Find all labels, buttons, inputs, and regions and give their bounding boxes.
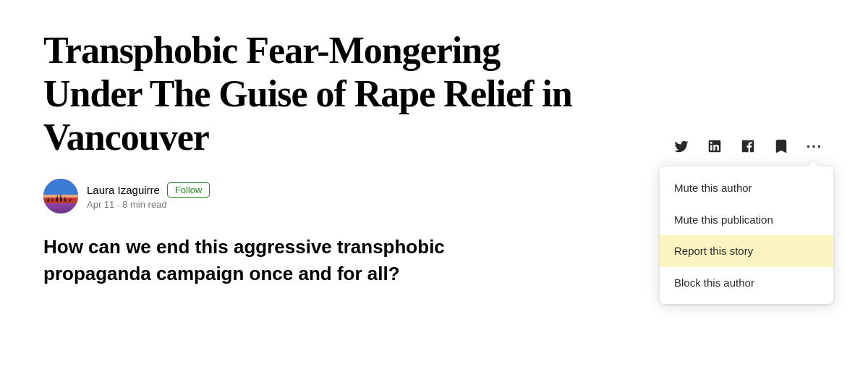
more-options-button[interactable]: ··· (804, 136, 825, 156)
bookmark-icon[interactable] (771, 136, 791, 156)
mute-author-item[interactable]: Mute this author (660, 172, 833, 204)
linkedin-icon[interactable] (705, 136, 725, 156)
article-title: Transphobic Fear-Mongering Under The Gui… (43, 29, 579, 158)
dropdown-menu: Mute this author Mute this publication R… (660, 166, 833, 304)
author-name-row: Laura Izaguirre Follow (87, 182, 210, 198)
author-meta: Laura Izaguirre Follow Apr 11 · 8 min re… (87, 182, 210, 210)
avatar (43, 179, 78, 213)
follow-button[interactable]: Follow (167, 182, 210, 198)
mute-publication-item[interactable]: Mute this publication (660, 204, 833, 236)
article-subtitle: How can we end this aggressive transphob… (43, 234, 463, 287)
author-row: Laura Izaguirre Follow Apr 11 · 8 min re… (43, 179, 579, 213)
facebook-icon[interactable] (738, 136, 758, 156)
toolbar: ··· (671, 136, 825, 156)
author-name: Laura Izaguirre (87, 184, 160, 196)
article-date: Apr 11 · 8 min read (87, 199, 210, 210)
report-story-item[interactable]: Report this story (660, 235, 833, 267)
twitter-icon[interactable] (671, 136, 692, 156)
block-author-item[interactable]: Block this author (660, 267, 833, 299)
